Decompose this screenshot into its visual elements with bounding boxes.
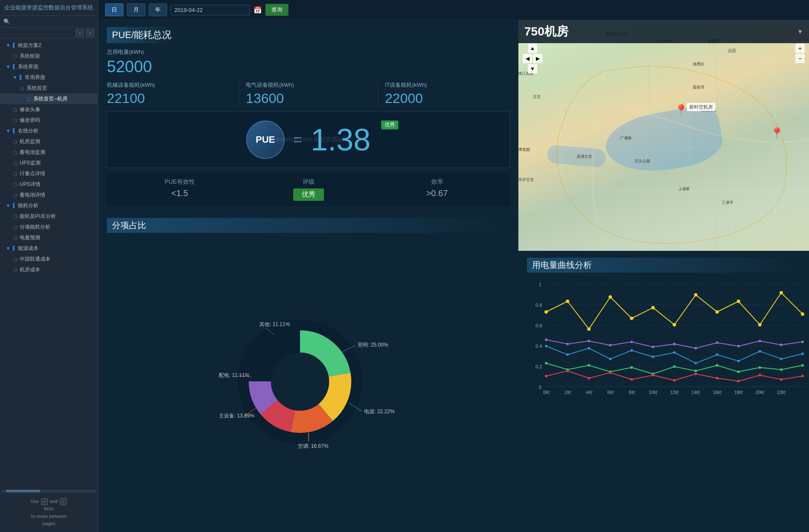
sidebar-item-xitongjiemian[interactable]: ▼ 系统界面 — [0, 62, 98, 72]
sidebar-item-xdc-xq[interactable]: ▢ 蓄电池详情 — [0, 190, 98, 200]
tree-label: 分项能耗分析 — [20, 223, 50, 231]
sidebar-item-fenxiang-nh[interactable]: ▢ 分项能耗分析 — [0, 222, 98, 232]
sidebar-item-xitong-jifang[interactable]: ▢ 系统首页--机房 — [0, 94, 98, 104]
svg-point-98 — [630, 378, 633, 381]
sidebar-item-jiliangdian[interactable]: ▢ 计量点详情 — [0, 168, 98, 179]
sidebar-item-xiugaimima[interactable]: ▢ 修改密码 — [0, 115, 98, 126]
tree-label: 计量点详情 — [20, 170, 45, 177]
footer-and: and — [50, 499, 59, 504]
day-button[interactable]: 日 — [105, 3, 124, 16]
svg-point-105 — [780, 378, 783, 381]
map-nav-right[interactable]: ▶ — [533, 54, 542, 63]
tree-label: 电量预测 — [20, 234, 40, 241]
svg-point-56 — [566, 300, 569, 303]
folder-open-icon: ▼ — [12, 74, 18, 80]
map-zoom-in[interactable]: + — [795, 44, 805, 53]
svg-point-58 — [609, 295, 612, 299]
query-button[interactable]: 查询 — [265, 4, 288, 16]
tree-label: 能耗分析 — [18, 202, 38, 209]
sidebar-item-dianliang-yuce[interactable]: ▢ 电量预测 — [0, 232, 98, 243]
search-input[interactable] — [12, 18, 80, 25]
left-panel: PUE/能耗总况 总用电量(kWh) 52000 机械设备能耗(kWh) 221… — [98, 20, 518, 532]
map-nav-down[interactable]: ▼ — [528, 64, 537, 73]
svg-point-88 — [694, 370, 697, 372]
file-icon: ▢ — [12, 149, 18, 155]
footer-hint: Use — [30, 499, 40, 504]
horizontal-scrollbar[interactable] — [0, 489, 98, 493]
tree-label: 蓄电池监测 — [20, 149, 45, 156]
map-zoom-out[interactable]: − — [795, 54, 805, 63]
equals-sign: = — [293, 131, 302, 149]
svg-point-106 — [801, 375, 804, 377]
file-icon: ▢ — [12, 224, 18, 230]
svg-point-103 — [737, 380, 740, 382]
sidebar-item-ups[interactable]: ▢ UPS监测 — [0, 158, 98, 168]
file-icon: ▢ — [12, 267, 18, 273]
nav-prev-arrow[interactable]: ‹ — [76, 29, 84, 37]
svg-point-70 — [588, 347, 590, 350]
svg-point-8 — [271, 353, 329, 411]
svg-text:主设备: 13.89%: 主设备: 13.89% — [219, 413, 255, 419]
svg-text:22时: 22时 — [777, 390, 786, 395]
tree-label: 系统界面 — [18, 63, 38, 71]
sidebar-item-ups-xq[interactable]: ▢ UPS详情 — [0, 179, 98, 190]
svg-point-117 — [759, 340, 761, 342]
sidebar-item-kuangjia2[interactable]: ▼ 框架方案2 — [0, 40, 98, 51]
sidebar-item-zaixian[interactable]: ▼ 在线分析 — [0, 126, 98, 136]
sidebar-item-nenghao-pue[interactable]: ▢ 能耗及PUE分析 — [0, 211, 98, 222]
sidebar-item-jifang-jc[interactable]: ▢ 机房监测 — [0, 136, 98, 147]
svg-text:0: 0 — [539, 385, 541, 390]
sidebar-item-xiugaitou[interactable]: ▢ 修改头像 — [0, 104, 98, 115]
fenxiang-title: 分项占比 — [107, 218, 510, 233]
power-curve-section: 用电量曲线分析 1 0.8 0.6 0.4 0.2 0 — [518, 251, 809, 532]
pue-circle-label: PUE — [256, 134, 275, 145]
efficiency-label: 效率 — [373, 178, 501, 186]
svg-point-102 — [716, 377, 718, 379]
map-dropdown-icon[interactable]: ▼ — [797, 28, 803, 35]
map-nav-up[interactable]: ▲ — [528, 44, 537, 53]
sub-energy-stats: 机械设备能耗(kWh) 22100 电气设备能耗(kWh) 13600 IT设备… — [107, 81, 510, 106]
svg-text:照明: 25.00%: 照明: 25.00% — [358, 342, 388, 348]
sidebar-footer: Use ‹ and › keys to move between pages — [0, 493, 98, 532]
sidebar-item-nengyuan-cb[interactable]: ▼ 能源成本 — [0, 243, 98, 254]
sidebar-item-xudianchi[interactable]: ▢ 蓄电池监测 — [0, 147, 98, 158]
map-title-bar: 750机房 ▼ — [518, 20, 809, 43]
prev-key-icon: ‹ — [41, 498, 48, 505]
pue-title: PUE/能耗总况 — [107, 27, 177, 43]
map-section: 750机房 ▼ — [518, 20, 809, 251]
year-button[interactable]: 年 — [149, 3, 167, 16]
svg-point-69 — [566, 353, 569, 356]
sidebar-item-zhongguo-lt[interactable]: ▢ 中国联通成本 — [0, 254, 98, 265]
date-input[interactable] — [171, 5, 250, 15]
svg-point-100 — [673, 379, 676, 382]
footer-tomove: to move between — [31, 514, 67, 519]
map-nav-left[interactable]: ◀ — [523, 54, 532, 63]
svg-point-83 — [588, 364, 590, 367]
svg-point-62 — [694, 293, 697, 297]
sidebar-item-xitongkuangjia[interactable]: ▢ 系统框架 — [0, 51, 98, 62]
file-icon: ▢ — [12, 213, 18, 219]
folder-open-icon: ▼ — [5, 245, 11, 251]
svg-text:14时: 14时 — [691, 390, 700, 395]
footer-keys: keys — [44, 506, 54, 511]
file-icon: ▢ — [12, 53, 18, 59]
svg-text:8时: 8时 — [629, 390, 635, 395]
svg-point-81 — [545, 362, 547, 364]
sidebar-item-jifang-cb[interactable]: ▢ 机房成本 — [0, 265, 98, 275]
nav-next-arrow[interactable]: › — [86, 29, 94, 37]
it-label: IT设备能耗(kWh) — [385, 81, 510, 89]
sidebar-item-changyong[interactable]: ▼ 常用界面 — [0, 72, 98, 83]
sidebar-search-bar[interactable]: 🔍 — [0, 16, 98, 28]
month-button[interactable]: 月 — [127, 3, 145, 16]
power-curve-title: 用电量曲线分析 — [527, 258, 800, 273]
sidebar-item-nenghao[interactable]: ▼ 能耗分析 — [0, 200, 98, 211]
sidebar-nav-arrows: ‹ › — [0, 28, 98, 38]
electrical-value: 13600 — [246, 91, 371, 106]
tree-label: 中国联通成本 — [20, 256, 50, 263]
mechanical-value: 22100 — [107, 91, 232, 106]
sidebar-item-xitong-sy[interactable]: ▢ 系统首页 — [0, 83, 98, 94]
effectiveness-label: PUE有效性 — [115, 178, 244, 186]
efficiency-value: >0.67 — [373, 188, 501, 198]
svg-point-76 — [716, 353, 718, 356]
svg-text:20时: 20时 — [756, 390, 765, 395]
